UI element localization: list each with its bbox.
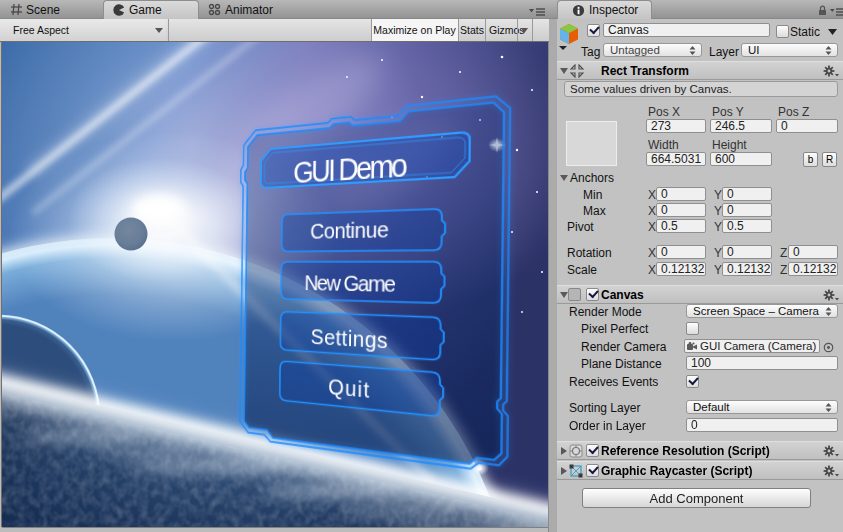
svg-text:Quit: Quit — [328, 374, 369, 403]
svg-text:Continue: Continue — [310, 217, 389, 244]
svg-text:New Game: New Game — [304, 271, 396, 298]
svg-text:Settings: Settings — [311, 325, 388, 354]
